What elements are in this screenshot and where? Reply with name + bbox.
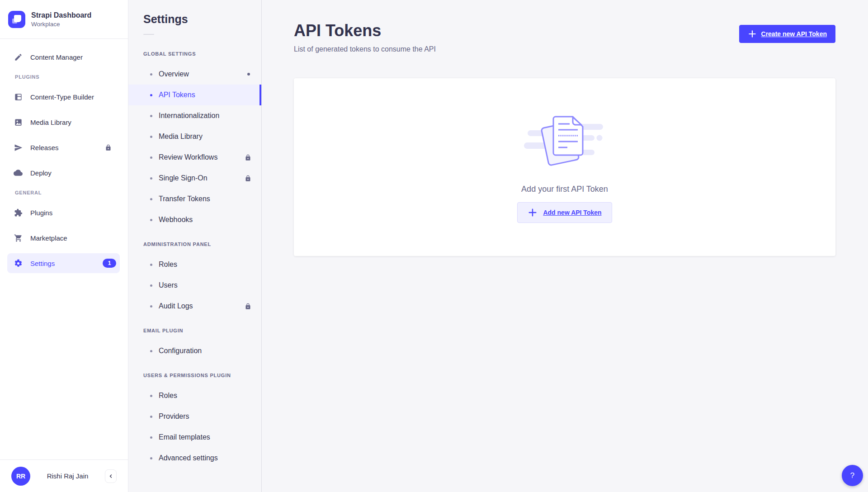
app-title: Strapi Dashboard [31, 11, 91, 20]
cloud-icon [14, 168, 23, 177]
sidebar-item-marketplace[interactable]: Marketplace [7, 228, 120, 248]
section-label: ADMINISTRATION PANEL [143, 241, 261, 247]
bullet-icon [150, 457, 152, 459]
layout-icon [14, 92, 23, 101]
bullet-icon [150, 156, 152, 159]
sidebar-item-label: Releases [30, 144, 105, 151]
bullet-icon [150, 395, 152, 397]
sidebar-section-general: GENERAL [15, 190, 128, 195]
settings-item-overview[interactable]: Overview [128, 64, 261, 85]
workspace-switcher[interactable]: Strapi Dashboard Workplace [0, 0, 128, 39]
lock-icon [245, 303, 251, 310]
settings-item-roles-up[interactable]: Roles [128, 385, 261, 406]
settings-subnav-title: Settings [143, 13, 261, 26]
sidebar-item-settings[interactable]: Settings 1 [7, 253, 120, 273]
bullet-icon [150, 284, 152, 287]
settings-item-label: Single Sign-On [159, 174, 208, 182]
settings-item-label: Users [159, 281, 178, 289]
settings-section-email-plugin: EMAIL PLUGIN Configuration [128, 328, 261, 361]
settings-item-label: Providers [159, 412, 189, 421]
user-name: Rishi Raj Jain [30, 472, 105, 480]
settings-item-review-workflows[interactable]: Review Workflows [128, 147, 261, 168]
settings-item-label: Webhooks [159, 216, 193, 224]
sidebar-item-releases[interactable]: Releases [7, 137, 120, 157]
settings-item-label: API Tokens [159, 91, 195, 99]
sidebar-item-label: Media Library [30, 118, 120, 126]
add-api-token-button[interactable]: Add new API Token [517, 202, 612, 223]
create-api-token-label: Create new API Token [761, 30, 827, 38]
sidebar-item-deploy[interactable]: Deploy [7, 163, 120, 183]
bullet-icon [150, 416, 152, 418]
sidebar-item-media-library[interactable]: Media Library [7, 112, 120, 132]
settings-section-global: GLOBAL SETTINGS Overview API Tokens Inte… [128, 51, 261, 230]
bullet-icon [150, 177, 152, 180]
sidebar-item-label: Marketplace [30, 234, 120, 242]
settings-item-label: Advanced settings [159, 454, 218, 462]
main-content: API Tokens List of generated tokens to c… [262, 0, 868, 492]
settings-item-label: Email templates [159, 433, 210, 441]
settings-item-webhooks[interactable]: Webhooks [128, 209, 261, 230]
sidebar-item-plugins[interactable]: Plugins [7, 203, 120, 222]
bullet-icon [150, 198, 152, 200]
settings-item-label: Transfer Tokens [159, 195, 210, 203]
sidebar-item-label: Deploy [30, 169, 120, 177]
paper-plane-icon [14, 143, 23, 152]
settings-item-advanced-settings[interactable]: Advanced settings [128, 448, 261, 468]
notification-dot-icon [247, 73, 250, 76]
strapi-logo-icon [8, 11, 25, 28]
collapse-sidebar-button[interactable] [105, 469, 117, 483]
section-label: GLOBAL SETTINGS [143, 51, 261, 57]
settings-item-internationalization[interactable]: Internationalization [128, 105, 261, 126]
empty-state-message: Add your first API Token [521, 184, 608, 194]
settings-subnav: Settings GLOBAL SETTINGS Overview API To… [128, 0, 262, 492]
bullet-icon [150, 115, 152, 117]
page-subtitle: List of generated tokens to consume the … [294, 45, 436, 53]
settings-item-label: Overview [159, 70, 189, 78]
question-mark-icon: ? [850, 471, 854, 480]
settings-item-configuration[interactable]: Configuration [128, 341, 261, 361]
empty-state-card: Add your first API Token Add new API Tok… [294, 78, 835, 256]
settings-item-single-sign-on[interactable]: Single Sign-On [128, 168, 261, 189]
bullet-icon [150, 136, 152, 138]
settings-item-users[interactable]: Users [128, 275, 261, 296]
settings-item-providers[interactable]: Providers [128, 406, 261, 427]
bullet-icon [150, 73, 152, 76]
sidebar-item-label: Plugins [30, 209, 120, 217]
avatar[interactable]: RR [11, 467, 30, 486]
sidebar-section-plugins: PLUGINS [15, 74, 128, 80]
workspace-name: Workplace [31, 21, 91, 28]
bullet-icon [150, 436, 152, 439]
settings-item-label: Internationalization [159, 112, 219, 120]
create-api-token-button[interactable]: Create new API Token [739, 25, 835, 43]
settings-item-label: Media Library [159, 132, 203, 141]
settings-item-api-tokens[interactable]: API Tokens [128, 85, 261, 105]
settings-item-label: Review Workflows [159, 153, 217, 161]
settings-item-roles-admin[interactable]: Roles [128, 254, 261, 275]
help-button[interactable]: ? [842, 465, 863, 486]
puzzle-icon [14, 208, 23, 217]
pen-icon [14, 52, 23, 62]
settings-item-transfer-tokens[interactable]: Transfer Tokens [128, 189, 261, 209]
main-nav: Content Manager PLUGINS Content-Type Bui… [0, 39, 128, 459]
add-api-token-label: Add new API Token [543, 209, 601, 216]
sidebar-item-content-manager[interactable]: Content Manager [7, 47, 120, 67]
page-title: API Tokens [294, 21, 436, 41]
cart-icon [14, 233, 23, 242]
bullet-icon [150, 264, 152, 266]
sidebar-item-label: Content-Type Builder [30, 93, 120, 101]
settings-item-label: Roles [159, 260, 177, 269]
settings-item-media-library[interactable]: Media Library [128, 126, 261, 147]
settings-item-email-templates[interactable]: Email templates [128, 427, 261, 448]
section-label: EMAIL PLUGIN [143, 328, 261, 333]
bullet-icon [150, 94, 152, 96]
user-row: RR Rishi Raj Jain [0, 459, 128, 492]
settings-item-label: Roles [159, 392, 177, 400]
lock-icon [245, 175, 251, 182]
lock-icon [245, 154, 251, 161]
settings-item-audit-logs[interactable]: Audit Logs [128, 296, 261, 317]
plus-icon [528, 208, 538, 218]
bullet-icon [150, 219, 152, 221]
settings-notification-badge: 1 [103, 259, 116, 268]
settings-section-users-permissions: USERS & PERMISSIONS PLUGIN Roles Provide… [128, 373, 261, 468]
sidebar-item-content-type-builder[interactable]: Content-Type Builder [7, 87, 120, 107]
